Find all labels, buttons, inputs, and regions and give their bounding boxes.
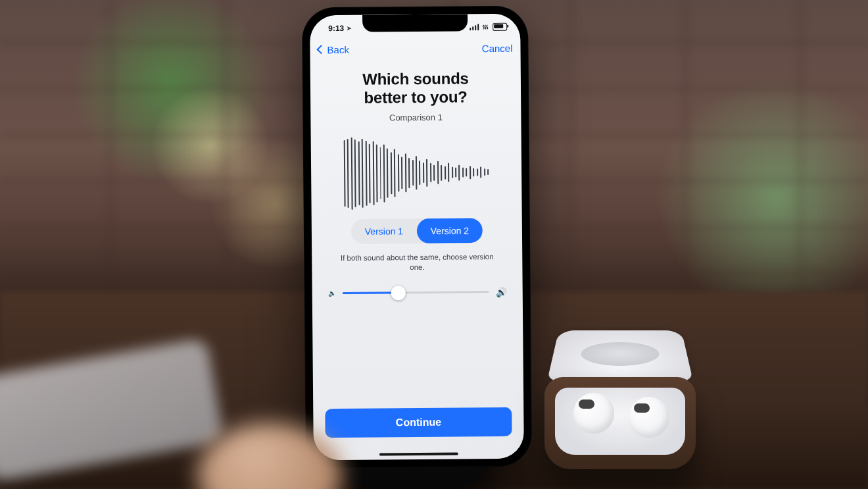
content-area: Which sounds better to you? Comparison 1…	[310, 65, 524, 461]
title-line-2: better to you?	[364, 88, 467, 107]
waveform-bar	[477, 168, 478, 176]
back-button[interactable]: Back	[318, 43, 349, 55]
airpod-right	[629, 397, 669, 438]
continue-button[interactable]: Continue	[325, 407, 512, 438]
waveform-bar	[387, 149, 389, 198]
volume-low-icon: 🔈	[328, 290, 336, 297]
wifi-icon: ᯾	[482, 23, 489, 31]
waveform-bar	[452, 167, 453, 178]
waveform-bar	[362, 139, 364, 209]
waveform-bar	[347, 139, 349, 209]
segmented-option-version-2[interactable]: Version 2	[417, 218, 483, 244]
phone-screen: 9:13 ➤ ᯾ Back Cancel	[310, 14, 524, 461]
waveform-bar	[408, 158, 410, 188]
airpods-case-lid	[547, 330, 693, 381]
waveform-bar	[401, 157, 402, 189]
waveform-bar	[487, 169, 489, 175]
nav-bar: Back Cancel	[310, 36, 520, 62]
waveform-bar	[365, 141, 367, 206]
cancel-button[interactable]: Cancel	[482, 42, 513, 53]
status-right: ᯾	[470, 23, 508, 32]
page-title: Which sounds better to you?	[322, 69, 509, 108]
waveform-bar	[358, 142, 360, 205]
waveform-bar	[419, 161, 420, 185]
waveform-bar	[437, 161, 439, 184]
waveform-bar	[448, 163, 449, 182]
waveform-bar	[416, 156, 417, 190]
waveform-bar	[412, 160, 414, 186]
waveform-bar	[430, 163, 431, 182]
battery-icon	[493, 23, 507, 31]
waveform-bar	[462, 167, 464, 177]
volume-high-icon: 🔊	[496, 286, 507, 297]
battery-fill	[494, 24, 503, 28]
airpod-left	[573, 393, 614, 434]
volume-thumb[interactable]	[391, 286, 405, 300]
airpods-case-body	[544, 377, 696, 469]
waveform-bar	[426, 159, 427, 187]
waveform-bar	[405, 153, 406, 192]
waveform-bar	[391, 152, 393, 194]
scene-photo: 9:13 ➤ ᯾ Back Cancel	[0, 0, 868, 489]
waveform-bar	[459, 165, 460, 180]
waveform-bar	[441, 165, 442, 180]
hint-text: If both sound about the same, choose ver…	[324, 251, 510, 274]
waveform-bar	[398, 154, 399, 192]
location-services-icon: ➤	[347, 25, 352, 32]
waveform-bar	[484, 168, 485, 176]
page-subtitle: Comparison 1	[322, 111, 509, 122]
waveform-bar	[383, 144, 385, 202]
waveform-bar	[455, 167, 456, 177]
chevron-left-icon	[316, 45, 326, 54]
iphone-device: 9:13 ➤ ᯾ Back Cancel	[302, 6, 532, 469]
title-line-1: Which sounds	[362, 69, 469, 88]
waveform-bar	[445, 166, 446, 179]
back-label: Back	[327, 43, 349, 55]
volume-fill	[343, 292, 398, 294]
volume-slider-row: 🔈 🔊	[324, 286, 511, 298]
waveform-bar	[433, 165, 435, 180]
cellular-signal-icon	[470, 24, 479, 30]
waveform-bar	[369, 143, 371, 203]
waveform-bar	[344, 140, 346, 207]
airpods-case-inner	[555, 388, 685, 455]
waveform-bar	[473, 168, 474, 176]
airpods-pro-case	[544, 344, 715, 469]
waveform-bar	[379, 147, 381, 199]
volume-slider[interactable]	[343, 291, 489, 294]
waveform-bar	[466, 168, 467, 176]
phone-notch	[362, 14, 468, 32]
waveform-bar	[480, 167, 481, 178]
version-segmented-control[interactable]: Version 1 Version 2	[351, 218, 483, 244]
waveform-bar	[394, 149, 396, 197]
segmented-option-version-1[interactable]: Version 1	[351, 219, 417, 244]
status-left: 9:13 ➤	[328, 24, 352, 33]
status-time: 9:13	[328, 24, 344, 33]
waveform-bar	[372, 142, 374, 205]
waveform-bar	[470, 166, 471, 179]
waveform-bar	[376, 144, 378, 202]
waveform-graphic	[344, 136, 489, 210]
waveform-bar	[423, 163, 424, 183]
waveform-bar	[354, 140, 356, 207]
waveform-bar	[351, 137, 353, 209]
